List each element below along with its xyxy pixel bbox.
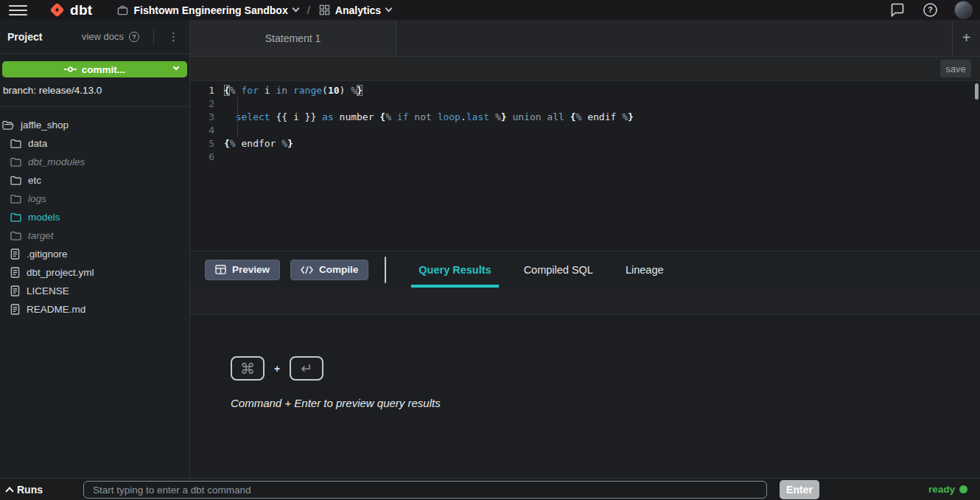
results-panel-subheader [190,288,980,315]
line-number-gutter: 123456 [190,84,224,251]
compile-button-label: Compile [319,264,358,275]
line-number: 6 [190,150,214,164]
git-commit-icon [64,66,77,73]
code-line-2[interactable] [224,97,980,111]
code-icon [301,265,313,274]
code-line-3[interactable]: select {{ i }} as number {% if not loop.… [224,111,980,124]
tab-lineage[interactable]: Lineage [609,251,680,288]
tree-item-gitignore[interactable]: .gitignore [0,245,189,263]
folder-icon [10,212,21,222]
editor-toolbar: save [190,57,980,81]
plus-separator: + [274,363,280,375]
divider [153,29,154,45]
tree-item-label: data [28,138,47,149]
project-sidebar: Project view docs ? ⋮ commit... branch: … [0,20,190,478]
project-header: Project view docs ? ⋮ [0,20,189,54]
top-bar: dbt Fishtown Engineering Sandbox / Analy… [0,0,980,20]
tree-item-label: target [28,230,54,241]
save-button[interactable]: save [940,60,971,77]
tree-item-label: logs [28,193,46,204]
file-tree: jaffle_shopdatadbt_modulesetclogsmodelst… [0,107,189,319]
code-editor[interactable]: 123456 {% for i in range(10) %} select {… [190,81,980,251]
tree-item-dbt-project-yml[interactable]: dbt_project.yml [0,263,189,282]
shortcut-hint-keys: ⌘ + ↵ [231,356,980,381]
caret-up-icon [5,487,13,495]
file-icon [10,249,20,260]
compile-button[interactable]: Compile [290,260,368,280]
view-docs-link[interactable]: view docs [82,31,124,42]
status-text: ready [928,484,955,495]
tree-item-label: etc [28,175,41,186]
briefcase-icon [117,5,128,15]
indent-guide [237,97,238,137]
tree-item-models[interactable]: models [0,208,189,226]
hamburger-menu-icon[interactable] [9,5,27,15]
tree-item-label: models [28,212,60,223]
code-line-4[interactable] [224,124,980,137]
workspace-name: Fishtown Engineering Sandbox [133,4,287,16]
enter-button[interactable]: Enter [780,480,819,499]
grid-icon [319,4,330,15]
chevron-down-icon [173,64,179,70]
tree-item-label: .gitignore [27,249,68,260]
dbt-logo[interactable]: dbt [48,1,92,19]
kebab-menu-icon[interactable]: ⋮ [165,31,182,42]
tree-item-label: README.md [27,304,85,315]
chat-icon [890,3,905,17]
file-icon [10,285,20,296]
command-key-icon: ⌘ [231,356,265,381]
help-button[interactable]: ? [923,2,938,18]
preview-button-label: Preview [232,264,270,275]
line-number: 1 [190,84,214,97]
svg-text:?: ? [928,5,932,14]
workspace-selector[interactable]: Fishtown Engineering Sandbox [117,4,298,16]
code-line-5[interactable]: {% endfor %} [224,137,980,150]
code-line-1[interactable]: {% for i in range(10) %} [224,84,980,97]
editor-tabstrip: Statement 1 + [190,20,980,57]
dbt-command-input[interactable] [83,481,767,499]
tree-item-label: jaffle_shop [21,119,69,131]
tab-statement-1[interactable]: Statement 1 [190,20,396,56]
table-icon [215,265,226,274]
status-indicator: ready [928,484,967,495]
chat-button[interactable] [890,3,905,17]
new-tab-button[interactable]: + [952,20,980,56]
tree-item-logs[interactable]: logs [0,190,189,208]
enter-key-icon: ↵ [290,356,323,381]
preview-button[interactable]: Preview [205,260,280,280]
sidebar-title: Project [7,31,42,43]
query-results-pane: ⌘ + ↵ Command + Enter to preview query r… [190,315,980,478]
chevron-down-icon [385,5,393,13]
line-number: 3 [190,111,214,124]
tab-query-results[interactable]: Query Results [402,251,507,288]
view-docs-help-icon[interactable]: ? [129,32,139,42]
code-lines: {% for i in range(10) %} select {{ i }} … [224,84,980,251]
tab-compiled-sql[interactable]: Compiled SQL [508,251,609,288]
dbt-logo-icon [48,1,66,19]
project-selector[interactable]: Analytics [319,4,391,16]
tree-item-target[interactable]: target [0,226,189,245]
panel-tabs: Query ResultsCompiled SQLLineage [402,251,679,288]
breadcrumb-separator: / [307,4,310,16]
runs-toggle[interactable]: Runs [7,484,43,496]
results-panel-toolbar: Preview Compile Query ResultsCompiled SQ… [190,251,980,288]
tree-item-readme-md[interactable]: README.md [0,300,189,319]
folder-open-icon [2,120,14,130]
tree-item-jaffle-shop[interactable]: jaffle_shop [0,116,189,134]
git-section: commit... branch: release/4.13.0 [0,54,189,107]
folder-icon [10,139,21,148]
tree-item-label: dbt_project.yml [27,267,94,278]
status-dot [959,485,967,493]
code-line-6[interactable] [224,150,980,164]
tree-item-data[interactable]: data [0,134,189,153]
editor-scrollbar-thumb[interactable] [975,83,979,100]
dbt-logo-text: dbt [70,2,92,18]
line-number: 4 [190,124,214,137]
tree-item-etc[interactable]: etc [0,171,189,190]
tree-item-dbt-modules[interactable]: dbt_modules [0,153,189,171]
commit-button-label: commit... [82,64,125,75]
help-icon: ? [923,2,938,18]
commit-button[interactable]: commit... [2,61,187,77]
user-avatar[interactable] [954,1,973,19]
tree-item-license[interactable]: LICENSE [0,282,189,300]
